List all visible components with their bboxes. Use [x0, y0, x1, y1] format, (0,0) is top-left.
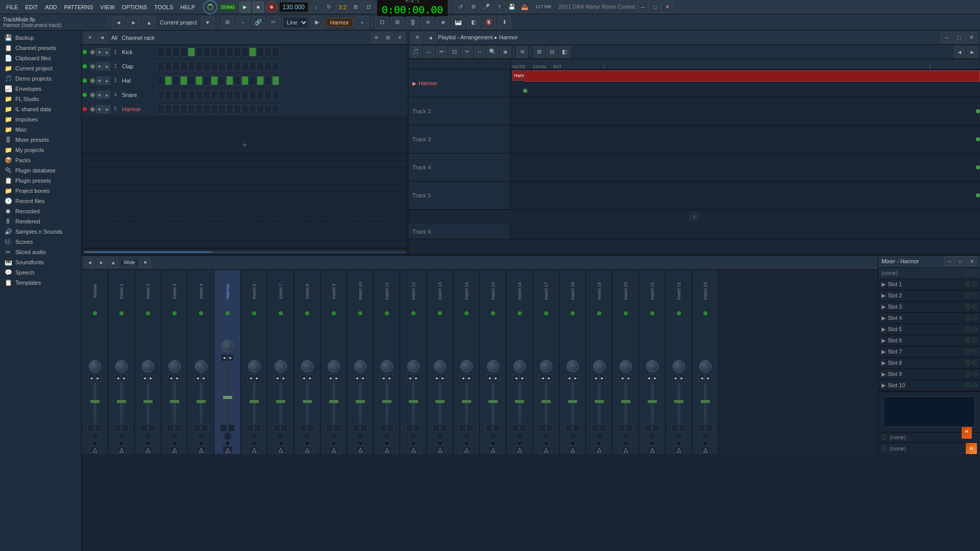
mx-fader-8[interactable] — [306, 383, 309, 423]
mx-pan-l-20[interactable]: ◄ — [619, 374, 625, 382]
mr-slot-slot-6[interactable]: ▶ Slot 6 — [878, 335, 980, 346]
cr-nav-back[interactable]: ◄ — [97, 33, 107, 43]
mx-btn1-16[interactable] — [512, 424, 519, 432]
pad-snare-6[interactable] — [203, 90, 210, 99]
mx-arrow-0[interactable]: △ — [90, 446, 100, 453]
mx-fader-21[interactable] — [651, 383, 654, 423]
mx-btn1-0[interactable] — [87, 424, 94, 432]
pad-hat-7[interactable] — [211, 76, 218, 85]
mx-fader-5[interactable] — [226, 362, 229, 423]
grid-icon[interactable]: ⊞ — [350, 2, 361, 13]
mx-pan-l-4[interactable]: ◄ — [194, 374, 201, 382]
pad-kick-9[interactable] — [226, 47, 233, 57]
pl-tool3[interactable]: ↔ — [474, 46, 485, 58]
mixer-track-insert-12[interactable]: Insert 12 ◄ ► △ — [400, 270, 427, 454]
pl-close2[interactable]: ✕ — [966, 32, 977, 43]
mx-arrow-3[interactable]: △ — [169, 446, 180, 453]
mixer-track-insert-1[interactable]: Insert 1 ◄ ► △ — [108, 270, 135, 454]
pad-clap-12[interactable] — [249, 62, 256, 71]
pad-kick-12[interactable] — [249, 47, 256, 57]
menu-tools[interactable]: TOOLS — [151, 3, 176, 11]
record-button[interactable]: ⏺ — [266, 2, 277, 13]
add-channel-button[interactable]: + — [82, 138, 408, 152]
pad-kick-5[interactable] — [195, 47, 203, 57]
menu-file[interactable]: FILE — [3, 3, 21, 11]
mx-btn2-12[interactable] — [413, 424, 421, 432]
mx-fader-thumb-21[interactable] — [648, 400, 657, 403]
pad-harmor-4[interactable] — [188, 105, 195, 114]
ch-mute-4[interactable]: ◉ — [90, 106, 95, 112]
mx-fader-2[interactable] — [146, 383, 150, 423]
mx-btn2-21[interactable] — [652, 424, 659, 432]
mx-btn1-17[interactable] — [538, 424, 546, 432]
piano-btn[interactable]: 🎹 — [452, 16, 465, 29]
tempo-display[interactable]: 130.000 — [279, 2, 308, 12]
pad-hat-2[interactable] — [173, 76, 180, 85]
mx-pan-l-9[interactable]: ◄ — [327, 374, 333, 382]
mx-pan-r-11[interactable]: ► — [387, 374, 393, 382]
mx-fader-14[interactable] — [465, 383, 468, 423]
sidebar-item-rendered[interactable]: 🎚Rendered — [0, 216, 81, 227]
mx-pan-r-3[interactable]: ► — [175, 374, 181, 382]
mx-fader-thumb-11[interactable] — [382, 400, 391, 403]
cr-scrollbar[interactable] — [82, 248, 408, 255]
mx-pan-l-1[interactable]: ◄ — [115, 374, 121, 382]
ch-up-0[interactable]: ▲ — [104, 48, 111, 56]
pad-kick-2[interactable] — [173, 47, 180, 57]
mx-fader-thumb-9[interactable] — [329, 400, 338, 403]
pad-harmor-13[interactable] — [257, 105, 264, 114]
effects-btn[interactable]: ◈ — [436, 16, 450, 29]
mx-pan-r-22[interactable]: ► — [679, 374, 685, 382]
stop-button[interactable]: ■ — [253, 2, 264, 13]
mx-btn2-14[interactable] — [467, 424, 474, 432]
mx-pan-r-20[interactable]: ► — [626, 374, 632, 382]
pl-tool2[interactable]: ↔ — [423, 46, 434, 58]
pad-kick-10[interactable] — [234, 47, 241, 57]
sidebar-item-packs[interactable]: 📦Packs — [0, 155, 81, 165]
mx-fader-thumb-6[interactable] — [250, 400, 259, 403]
mx-pan-r-13[interactable]: ► — [440, 374, 446, 382]
mx-pan-l-10[interactable]: ◄ — [354, 374, 360, 382]
mx-btn1-4[interactable] — [193, 424, 201, 432]
mx-knob-23[interactable] — [699, 360, 712, 372]
mx-pan-r-9[interactable]: ► — [334, 374, 340, 382]
channel-rack-btn[interactable]: ⊞ — [221, 16, 234, 29]
mx-knob-22[interactable] — [673, 360, 685, 372]
mx-knob-0[interactable] — [89, 360, 101, 372]
mx-pan-l-6[interactable]: ◄ — [248, 374, 254, 382]
menu-patterns[interactable]: PATTERNS — [61, 3, 96, 11]
mx-fader-19[interactable] — [598, 383, 601, 423]
mx-arrow-6[interactable]: △ — [249, 446, 259, 453]
mixer-track-insert-4[interactable]: Insert 4 ◄ ► △ — [188, 270, 214, 454]
pad-snare-10[interactable] — [234, 90, 241, 99]
mx-btn1-19[interactable] — [592, 424, 599, 432]
pl-tool5[interactable]: ◧ — [559, 46, 570, 58]
pl-pencil-tool[interactable]: ✏ — [436, 46, 447, 58]
mx-fader-20[interactable] — [624, 383, 627, 423]
mx-knob-21[interactable] — [646, 360, 658, 372]
mx-arrow-23[interactable]: △ — [700, 446, 710, 453]
ch-mute-3[interactable]: ◉ — [90, 92, 95, 98]
mixer-track-insert-2[interactable]: Insert 2 ◄ ► △ — [135, 270, 161, 454]
mx-nav-fwd[interactable]: ► — [96, 258, 107, 268]
sidebar-item-soundfonts[interactable]: 🎹Soundfonts — [0, 257, 81, 267]
mx-btn1-21[interactable] — [645, 424, 652, 432]
pattern-view-btn[interactable]: ◧ — [467, 16, 480, 29]
mx-btn1-22[interactable] — [671, 424, 678, 432]
mx-fader-10[interactable] — [359, 383, 362, 423]
add-track-button[interactable]: + — [408, 210, 980, 224]
mixer-track-insert-16[interactable]: Insert 16 ◄ ► △ — [506, 270, 533, 454]
mixer-track-insert-7[interactable]: Insert 7 ◄ ► △ — [267, 270, 294, 454]
mx-knob-20[interactable] — [620, 360, 632, 372]
mx-pan-l-13[interactable]: ◄ — [433, 374, 439, 382]
mr-slot-slot-2[interactable]: ▶ Slot 2 — [878, 290, 980, 302]
mx-pan-r-15[interactable]: ► — [493, 374, 499, 382]
sidebar-item-plugin-database[interactable]: 🔌Plugin database — [0, 165, 81, 176]
pad-harmor-7[interactable] — [211, 105, 218, 114]
loop-icon[interactable]: ↻ — [324, 2, 335, 13]
mx-arrow-13[interactable]: △ — [435, 446, 445, 453]
mx-btn1-2[interactable] — [140, 424, 148, 432]
mx-btn2-4[interactable] — [201, 424, 208, 432]
pad-snare-14[interactable] — [264, 90, 272, 99]
pl-col-btn[interactable]: ⊞ — [533, 46, 545, 58]
